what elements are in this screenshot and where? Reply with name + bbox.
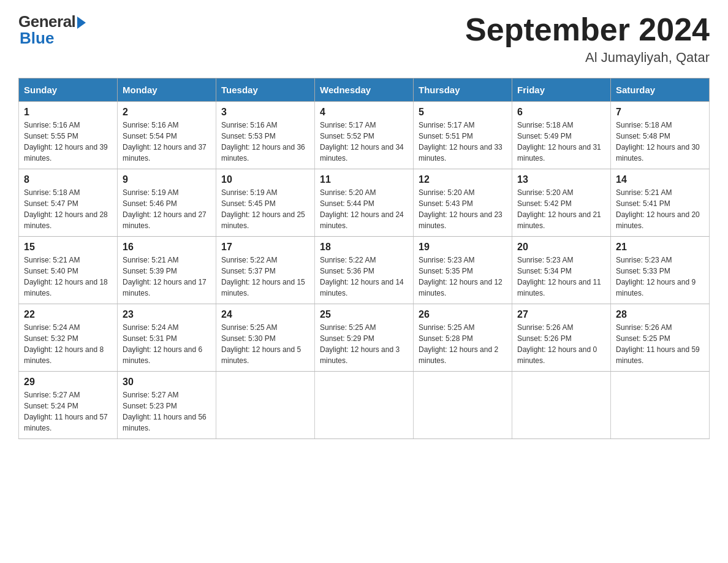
day-info: Sunrise: 5:25 AMSunset: 5:29 PMDaylight:…: [320, 322, 408, 366]
table-row: 12Sunrise: 5:20 AMSunset: 5:43 PMDayligh…: [414, 169, 512, 237]
day-info: Sunrise: 5:21 AMSunset: 5:39 PMDaylight:…: [123, 255, 211, 299]
day-info: Sunrise: 5:20 AMSunset: 5:42 PMDaylight:…: [517, 187, 605, 231]
day-info: Sunrise: 5:18 AMSunset: 5:47 PMDaylight:…: [24, 187, 112, 231]
day-info: Sunrise: 5:20 AMSunset: 5:43 PMDaylight:…: [419, 187, 507, 231]
day-number: 6: [517, 107, 605, 118]
logo-arrow-icon: [77, 17, 86, 29]
calendar-week-row: 29Sunrise: 5:27 AMSunset: 5:24 PMDayligh…: [19, 372, 710, 439]
table-row: 23Sunrise: 5:24 AMSunset: 5:31 PMDayligh…: [118, 304, 216, 372]
header-saturday: Saturday: [611, 79, 710, 102]
day-info: Sunrise: 5:20 AMSunset: 5:44 PMDaylight:…: [320, 187, 408, 231]
title-section: September 2024 Al Jumayliyah, Qatar: [465, 12, 710, 66]
table-row: 30Sunrise: 5:27 AMSunset: 5:23 PMDayligh…: [118, 372, 216, 439]
table-row: [216, 372, 315, 439]
table-row: 19Sunrise: 5:23 AMSunset: 5:35 PMDayligh…: [414, 237, 512, 304]
day-number: 1: [24, 107, 112, 118]
day-number: 17: [221, 242, 309, 253]
day-number: 4: [320, 107, 408, 118]
day-number: 3: [221, 107, 309, 118]
day-number: 8: [24, 174, 112, 185]
table-row: 28Sunrise: 5:26 AMSunset: 5:25 PMDayligh…: [611, 304, 710, 372]
table-row: 4Sunrise: 5:17 AMSunset: 5:52 PMDaylight…: [315, 102, 414, 169]
day-number: 21: [616, 242, 704, 253]
header-sunday: Sunday: [19, 79, 118, 102]
day-info: Sunrise: 5:27 AMSunset: 5:23 PMDaylight:…: [123, 389, 211, 434]
day-info: Sunrise: 5:18 AMSunset: 5:49 PMDaylight:…: [517, 120, 605, 164]
table-row: 18Sunrise: 5:22 AMSunset: 5:36 PMDayligh…: [315, 237, 414, 304]
day-info: Sunrise: 5:23 AMSunset: 5:33 PMDaylight:…: [616, 255, 704, 299]
day-info: Sunrise: 5:21 AMSunset: 5:40 PMDaylight:…: [24, 255, 112, 299]
table-row: 9Sunrise: 5:19 AMSunset: 5:46 PMDaylight…: [118, 169, 216, 237]
day-info: Sunrise: 5:19 AMSunset: 5:46 PMDaylight:…: [123, 187, 211, 231]
day-info: Sunrise: 5:26 AMSunset: 5:26 PMDaylight:…: [517, 322, 605, 366]
table-row: [512, 372, 611, 439]
page-header: General Blue September 2024 Al Jumayliya…: [18, 12, 710, 66]
table-row: 26Sunrise: 5:25 AMSunset: 5:28 PMDayligh…: [414, 304, 512, 372]
day-number: 27: [517, 309, 605, 320]
day-number: 19: [419, 242, 507, 253]
day-number: 23: [123, 309, 211, 320]
table-row: 7Sunrise: 5:18 AMSunset: 5:48 PMDaylight…: [611, 102, 710, 169]
day-info: Sunrise: 5:16 AMSunset: 5:54 PMDaylight:…: [123, 120, 211, 164]
logo: General Blue: [18, 12, 86, 48]
table-row: 27Sunrise: 5:26 AMSunset: 5:26 PMDayligh…: [512, 304, 611, 372]
day-info: Sunrise: 5:25 AMSunset: 5:30 PMDaylight:…: [221, 322, 309, 366]
table-row: 21Sunrise: 5:23 AMSunset: 5:33 PMDayligh…: [611, 237, 710, 304]
header-thursday: Thursday: [414, 79, 512, 102]
day-number: 13: [517, 174, 605, 185]
table-row: 10Sunrise: 5:19 AMSunset: 5:45 PMDayligh…: [216, 169, 315, 237]
day-number: 14: [616, 174, 704, 185]
day-number: 30: [123, 377, 211, 388]
day-number: 18: [320, 242, 408, 253]
table-row: 20Sunrise: 5:23 AMSunset: 5:34 PMDayligh…: [512, 237, 611, 304]
day-number: 26: [419, 309, 507, 320]
day-info: Sunrise: 5:17 AMSunset: 5:51 PMDaylight:…: [419, 120, 507, 164]
table-row: 2Sunrise: 5:16 AMSunset: 5:54 PMDaylight…: [118, 102, 216, 169]
calendar-week-row: 1Sunrise: 5:16 AMSunset: 5:55 PMDaylight…: [19, 102, 710, 169]
day-number: 29: [24, 377, 112, 388]
day-info: Sunrise: 5:21 AMSunset: 5:41 PMDaylight:…: [616, 187, 704, 231]
table-row: [315, 372, 414, 439]
day-info: Sunrise: 5:17 AMSunset: 5:52 PMDaylight:…: [320, 120, 408, 164]
table-row: [414, 372, 512, 439]
table-row: 6Sunrise: 5:18 AMSunset: 5:49 PMDaylight…: [512, 102, 611, 169]
day-number: 25: [320, 309, 408, 320]
table-row: 5Sunrise: 5:17 AMSunset: 5:51 PMDaylight…: [414, 102, 512, 169]
calendar-header-row: Sunday Monday Tuesday Wednesday Thursday…: [19, 79, 710, 102]
location-subtitle: Al Jumayliyah, Qatar: [465, 50, 710, 66]
day-number: 9: [123, 174, 211, 185]
header-wednesday: Wednesday: [315, 79, 414, 102]
day-info: Sunrise: 5:22 AMSunset: 5:36 PMDaylight:…: [320, 255, 408, 299]
table-row: 1Sunrise: 5:16 AMSunset: 5:55 PMDaylight…: [19, 102, 118, 169]
day-number: 2: [123, 107, 211, 118]
table-row: 29Sunrise: 5:27 AMSunset: 5:24 PMDayligh…: [19, 372, 118, 439]
day-info: Sunrise: 5:25 AMSunset: 5:28 PMDaylight:…: [419, 322, 507, 366]
day-info: Sunrise: 5:16 AMSunset: 5:55 PMDaylight:…: [24, 120, 112, 164]
day-info: Sunrise: 5:23 AMSunset: 5:34 PMDaylight:…: [517, 255, 605, 299]
table-row: 8Sunrise: 5:18 AMSunset: 5:47 PMDaylight…: [19, 169, 118, 237]
header-friday: Friday: [512, 79, 611, 102]
day-number: 7: [616, 107, 704, 118]
day-number: 24: [221, 309, 309, 320]
day-number: 22: [24, 309, 112, 320]
calendar-week-row: 22Sunrise: 5:24 AMSunset: 5:32 PMDayligh…: [19, 304, 710, 372]
day-number: 28: [616, 309, 704, 320]
day-info: Sunrise: 5:24 AMSunset: 5:31 PMDaylight:…: [123, 322, 211, 366]
table-row: 14Sunrise: 5:21 AMSunset: 5:41 PMDayligh…: [611, 169, 710, 237]
table-row: 3Sunrise: 5:16 AMSunset: 5:53 PMDaylight…: [216, 102, 315, 169]
day-number: 15: [24, 242, 112, 253]
table-row: 24Sunrise: 5:25 AMSunset: 5:30 PMDayligh…: [216, 304, 315, 372]
table-row: 17Sunrise: 5:22 AMSunset: 5:37 PMDayligh…: [216, 237, 315, 304]
day-info: Sunrise: 5:16 AMSunset: 5:53 PMDaylight:…: [221, 120, 309, 164]
table-row: [611, 372, 710, 439]
day-info: Sunrise: 5:22 AMSunset: 5:37 PMDaylight:…: [221, 255, 309, 299]
day-number: 16: [123, 242, 211, 253]
table-row: 11Sunrise: 5:20 AMSunset: 5:44 PMDayligh…: [315, 169, 414, 237]
day-info: Sunrise: 5:26 AMSunset: 5:25 PMDaylight:…: [616, 322, 704, 366]
calendar-table: Sunday Monday Tuesday Wednesday Thursday…: [18, 78, 710, 439]
day-number: 5: [419, 107, 507, 118]
day-number: 12: [419, 174, 507, 185]
table-row: 22Sunrise: 5:24 AMSunset: 5:32 PMDayligh…: [19, 304, 118, 372]
main-title: September 2024: [465, 12, 710, 47]
header-monday: Monday: [118, 79, 216, 102]
